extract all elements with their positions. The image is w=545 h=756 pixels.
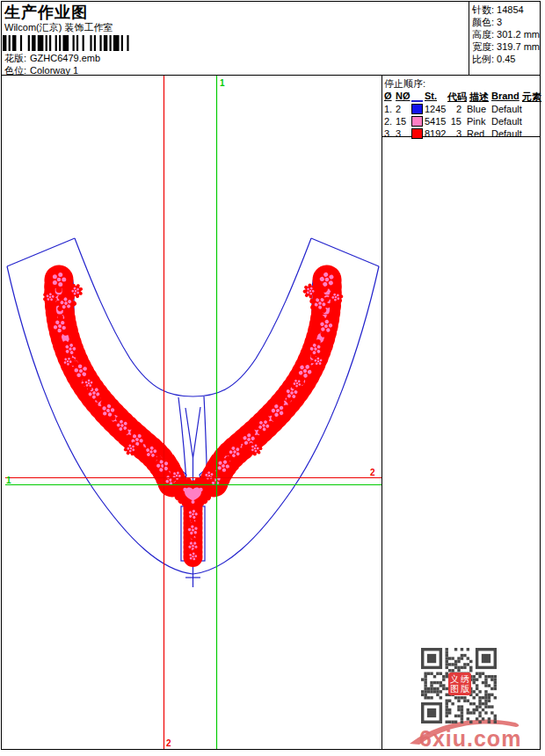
stop-row-1: 1. 2 1245 2 Blue Default [384,104,539,115]
embroidery [40,261,345,565]
col-needle: NØ [396,91,411,101]
page-title: 生产作业图 [4,2,88,23]
colorway-label: 色位: [4,65,26,76]
shoulder-slant-left [7,238,75,266]
placket-v-notch [185,407,200,458]
flower-motifs [40,261,345,565]
guide-label-green-top: 1 [220,78,225,88]
neckline [75,238,311,396]
stat-height: 高度:301.2 mm [472,28,540,40]
stat-scale: 比例:0.45 [472,53,540,65]
production-worksheet: 1 1 2 2 生产作业图 Wilcom(汇京) 装饰工作室 花版:GZHC64… [0,0,545,756]
col-seq: Ø [384,91,392,101]
stat-width: 宽度:319.7 mm [472,40,540,53]
col-elements: 元素 [522,91,541,104]
shoulder-slant-right [311,238,379,266]
design-file-value: GZHC6479.emb [30,53,100,63]
site-watermark: 6xiu.com [419,726,521,752]
guide-label-red-bottom: 2 [166,738,171,748]
barcode [3,35,133,51]
design-file-row: 花版:GZHC6479.emb [4,52,104,65]
heart-motif [174,479,211,509]
col-code: 代码 [447,91,467,104]
stop-sequence-title: 停止顺序: [384,77,425,91]
stat-colors: 颜色:3 [472,16,540,28]
design-file-label: 花版: [4,53,26,63]
guide-lines [5,76,382,749]
col-desc: 描述 [469,91,489,104]
col-chip-underline [411,100,423,102]
stop-row-3: 3. 3 8192 3 Red Default [384,128,539,140]
color-chip-blue [411,104,423,114]
col-st: St. [425,91,437,101]
studio-name: Wilcom(汇京) 装饰工作室 [4,21,113,34]
stat-stitches: 针数:14854 [472,4,540,16]
stop-row-2: 2. 15 5415 15 Pink Default [384,116,539,127]
col-brand: Brand [491,91,520,101]
colorway-row: 色位:Colorway 1 [4,64,82,77]
color-chip-pink [411,116,423,127]
colorway-value: Colorway 1 [30,65,78,76]
guide-labels: 1 1 2 2 [6,78,375,748]
stats-panel: 针数:14854 颜色:3 高度:301.2 mm 宽度:319.7 mm 比例… [472,4,540,65]
guide-label-green-left: 1 [6,476,11,485]
guide-label-red-right: 2 [370,468,375,477]
red-seal-stamp: 义 绣 图 版 [448,672,471,695]
color-chip-red [411,128,423,139]
